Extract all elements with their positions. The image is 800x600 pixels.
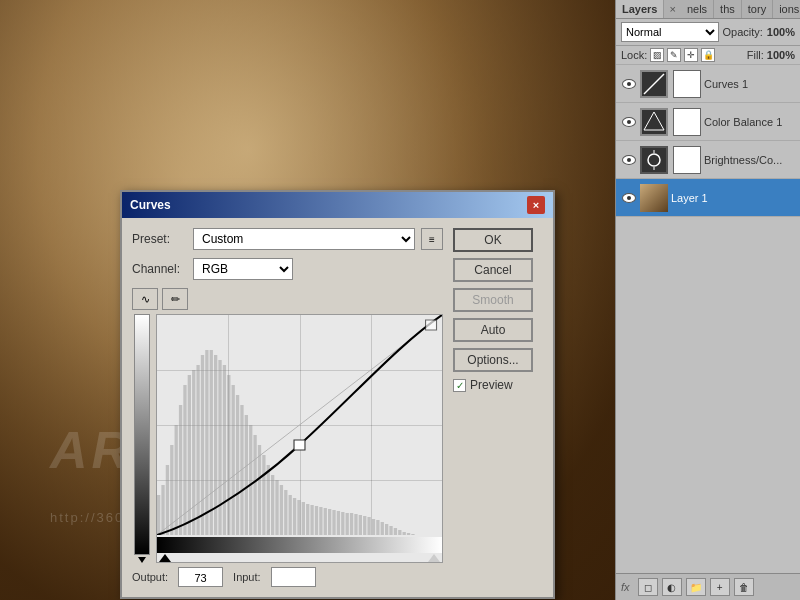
svg-rect-53 (346, 513, 349, 535)
preset-options-btn[interactable]: ≡ (421, 228, 443, 250)
layers-tab-close[interactable]: × (664, 0, 680, 18)
opacity-label: Opacity: (723, 26, 763, 38)
svg-rect-60 (376, 520, 379, 535)
preset-select[interactable]: Custom Default Linear Contrast (193, 228, 415, 250)
input-label: Input: (233, 571, 261, 583)
svg-rect-57 (363, 516, 366, 535)
smooth-button[interactable]: Smooth (453, 288, 533, 312)
output-value[interactable]: 73 (178, 567, 223, 587)
curves-dialog: Curves × Preset: Custom Default Linear C… (120, 190, 555, 599)
colorbalance-name: Color Balance 1 (704, 116, 795, 128)
input-value[interactable] (271, 567, 316, 587)
options-button[interactable]: Options... (453, 348, 533, 372)
add-mask-btn[interactable]: ◻ (638, 578, 658, 596)
svg-rect-38 (280, 485, 283, 535)
tory-tab[interactable]: tory (742, 0, 773, 18)
svg-rect-62 (385, 524, 388, 535)
svg-rect-41 (293, 498, 296, 535)
lock-paint-icon[interactable]: ✎ (667, 48, 681, 62)
svg-rect-30 (245, 415, 248, 535)
layers-panel: Layers × nels ths tory ions Normal Multi… (615, 0, 800, 600)
svg-rect-13 (170, 445, 173, 535)
layer1-name: Layer 1 (671, 192, 795, 204)
new-layer-btn[interactable]: + (710, 578, 730, 596)
svg-rect-42 (297, 500, 300, 535)
svg-rect-14 (175, 425, 178, 535)
svg-rect-20 (201, 355, 204, 535)
lock-move-icon[interactable]: ✛ (684, 48, 698, 62)
blend-mode-select[interactable]: Normal Multiply Screen (621, 22, 719, 42)
colorbalance-thumb (640, 108, 668, 136)
svg-rect-52 (341, 512, 344, 535)
lock-transparency-icon[interactable]: ▨ (650, 48, 664, 62)
svg-rect-24 (218, 360, 221, 535)
preset-label: Preset: (132, 232, 187, 246)
layer1-thumb (640, 184, 668, 212)
colorbalance-mask (673, 108, 701, 136)
layer-item-layer1[interactable]: Layer 1 (616, 179, 800, 217)
visibility-curves1[interactable] (621, 76, 637, 92)
svg-rect-65 (398, 530, 401, 535)
ions-tab[interactable]: ions (773, 0, 800, 18)
lock-all-icon[interactable]: 🔒 (701, 48, 715, 62)
svg-rect-47 (319, 507, 322, 535)
svg-rect-40 (289, 495, 292, 535)
svg-rect-39 (284, 490, 287, 535)
folder-btn[interactable]: 📁 (686, 578, 706, 596)
svg-rect-32 (253, 435, 256, 535)
svg-rect-45 (310, 505, 313, 535)
input-black-point[interactable] (159, 554, 171, 562)
fill-label: Fill: (747, 49, 764, 61)
channel-select[interactable]: RGB Red Green Blue (193, 258, 293, 280)
cancel-button[interactable]: Cancel (453, 258, 533, 282)
nels-tab[interactable]: nels (681, 0, 714, 18)
output-label: Output: (132, 571, 168, 583)
ok-button[interactable]: OK (453, 228, 533, 252)
svg-rect-22 (210, 350, 213, 535)
svg-rect-19 (196, 365, 199, 535)
svg-rect-58 (367, 517, 370, 535)
layers-tab[interactable]: Layers (616, 0, 664, 18)
layer-item-brightness[interactable]: Brightness/Co... (616, 141, 800, 179)
svg-rect-64 (394, 528, 397, 535)
visibility-layer1[interactable] (621, 190, 637, 206)
layer-item-colorbalance[interactable]: Color Balance 1 (616, 103, 800, 141)
input-white-point[interactable] (428, 554, 440, 562)
curve-tool-btn[interactable]: ∿ (132, 288, 158, 310)
layer-item-curves1[interactable]: Curves 1 (616, 65, 800, 103)
svg-rect-18 (192, 370, 195, 535)
curves-title: Curves (130, 198, 171, 212)
curves1-thumb (640, 70, 668, 98)
svg-rect-48 (324, 508, 327, 535)
svg-rect-50 (332, 510, 335, 535)
svg-rect-10 (157, 495, 160, 535)
delete-layer-btn[interactable]: 🗑 (734, 578, 754, 596)
auto-button[interactable]: Auto (453, 318, 533, 342)
adjustment-layer-btn[interactable]: ◐ (662, 578, 682, 596)
svg-rect-33 (258, 445, 261, 535)
svg-rect-28 (236, 395, 239, 535)
svg-rect-61 (381, 522, 384, 535)
svg-rect-67 (407, 533, 410, 535)
svg-rect-36 (271, 475, 274, 535)
svg-rect-34 (262, 455, 265, 535)
svg-rect-54 (350, 513, 353, 535)
svg-rect-55 (354, 514, 357, 535)
curves1-name: Curves 1 (704, 78, 795, 90)
svg-rect-59 (372, 519, 375, 535)
visibility-brightness[interactable] (621, 152, 637, 168)
ths-tab[interactable]: ths (714, 0, 742, 18)
curves-graph[interactable] (156, 314, 443, 563)
input-arrows (157, 554, 442, 562)
bottom-gradient-bar (157, 537, 442, 553)
curves-close-btn[interactable]: × (527, 196, 545, 214)
layers-bottom-toolbar: fx ◻ ◐ 📁 + 🗑 (616, 573, 800, 600)
svg-rect-66 (403, 532, 406, 535)
visibility-colorbalance[interactable] (621, 114, 637, 130)
preview-checkbox[interactable]: ✓ (453, 379, 466, 392)
svg-rect-43 (302, 502, 305, 535)
svg-rect-21 (205, 350, 208, 535)
opacity-value: 100% (767, 26, 795, 38)
svg-rect-68 (411, 534, 414, 535)
pencil-tool-btn[interactable]: ✏ (162, 288, 188, 310)
